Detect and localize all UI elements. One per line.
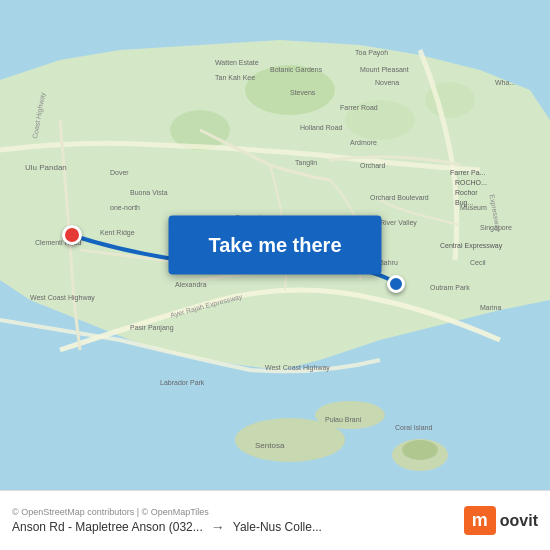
svg-text:Farrer Pa...: Farrer Pa...: [450, 169, 485, 176]
svg-text:Buona Vista: Buona Vista: [130, 189, 168, 196]
svg-text:Marina: Marina: [480, 304, 502, 311]
svg-text:Ardmore: Ardmore: [350, 139, 377, 146]
svg-text:Farrer Road: Farrer Road: [340, 104, 378, 111]
svg-text:Dover: Dover: [110, 169, 129, 176]
svg-text:Stevens: Stevens: [290, 89, 316, 96]
svg-text:Orchard Boulevard: Orchard Boulevard: [370, 194, 429, 201]
moovit-text: oovit: [500, 512, 538, 530]
svg-text:Alexandra: Alexandra: [175, 281, 207, 288]
svg-text:Tanglin: Tanglin: [295, 159, 317, 167]
map-container: Ulu Pandan Kent Ridge West Coast Highway…: [0, 0, 550, 490]
svg-text:Sentosa: Sentosa: [255, 441, 285, 450]
svg-text:Mount Pleasant: Mount Pleasant: [360, 66, 409, 73]
svg-text:Labrador Park: Labrador Park: [160, 379, 205, 386]
svg-text:Tan Kah Kee: Tan Kah Kee: [215, 74, 255, 81]
origin-label: Anson Rd - Mapletree Anson (032...: [12, 520, 203, 534]
svg-text:West Coast Highway: West Coast Highway: [30, 294, 95, 302]
moovit-logo: m oovit: [464, 506, 538, 535]
svg-text:Outram Park: Outram Park: [430, 284, 470, 291]
svg-text:one-north: one-north: [110, 204, 140, 211]
svg-text:Wha...: Wha...: [495, 79, 515, 86]
destination-label: Yale-Nus Colle...: [233, 520, 322, 534]
svg-text:River Valley: River Valley: [380, 219, 417, 227]
bottom-bar: © OpenStreetMap contributors | © OpenMap…: [0, 490, 550, 550]
route-info: Anson Rd - Mapletree Anson (032... → Yal…: [12, 519, 464, 535]
arrow-icon: →: [211, 519, 225, 535]
destination-pin: [387, 275, 405, 293]
svg-text:Cecil: Cecil: [470, 259, 486, 266]
svg-text:Orchard: Orchard: [360, 162, 385, 169]
moovit-m-badge: m: [464, 506, 496, 535]
svg-text:Toa Payoh: Toa Payoh: [355, 49, 388, 57]
svg-text:Novena: Novena: [375, 79, 399, 86]
svg-text:Bug...: Bug...: [455, 199, 473, 207]
svg-text:Holland Road: Holland Road: [300, 124, 343, 131]
svg-text:Botanic Gardens: Botanic Gardens: [270, 66, 323, 73]
bottom-left: © OpenStreetMap contributors | © OpenMap…: [12, 507, 464, 535]
svg-text:Rochor: Rochor: [455, 189, 478, 196]
button-overlay: Take me there: [168, 216, 381, 275]
svg-text:Watten Estate: Watten Estate: [215, 59, 259, 66]
svg-text:Ulu Pandan: Ulu Pandan: [25, 163, 67, 172]
svg-text:Central Expressway: Central Expressway: [440, 242, 503, 250]
svg-text:Kent Ridge: Kent Ridge: [100, 229, 135, 237]
svg-point-9: [315, 401, 385, 429]
svg-text:ROCHO...: ROCHO...: [455, 179, 487, 186]
app: Ulu Pandan Kent Ridge West Coast Highway…: [0, 0, 550, 550]
attribution-text: © OpenStreetMap contributors | © OpenMap…: [12, 507, 464, 517]
take-me-there-button[interactable]: Take me there: [168, 216, 381, 275]
svg-text:West Coast Highway: West Coast Highway: [265, 364, 330, 372]
svg-point-8: [402, 440, 438, 460]
svg-text:Pasir Panjang: Pasir Panjang: [130, 324, 174, 332]
svg-text:Pulau Brani: Pulau Brani: [325, 416, 362, 423]
origin-pin: [62, 225, 82, 245]
svg-text:Coral Island: Coral Island: [395, 424, 432, 431]
